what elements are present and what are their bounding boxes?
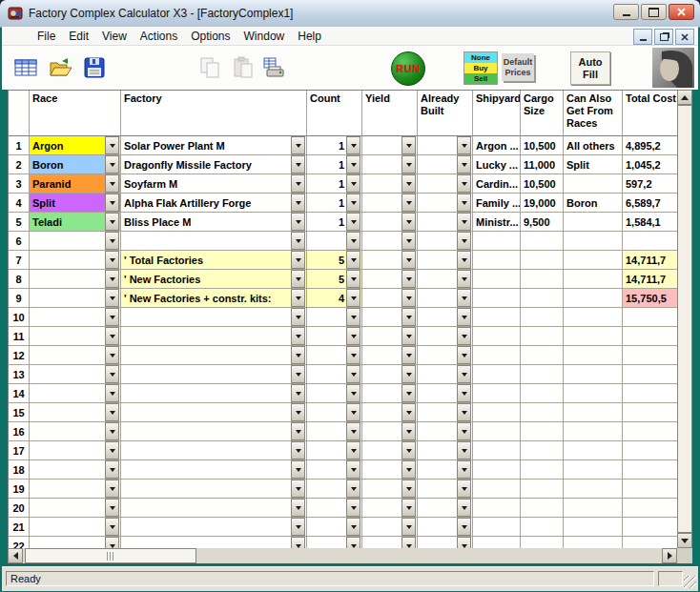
cell-yield-row3[interactable] (362, 174, 418, 194)
cell-built-row11[interactable] (418, 327, 473, 346)
cell-yield-row20[interactable] (362, 499, 418, 518)
cell-race-row2[interactable]: Boron (30, 155, 121, 174)
row-header-7[interactable]: 7 (9, 251, 30, 270)
vertical-scrollbar[interactable] (677, 90, 692, 548)
cell-yield-row5[interactable] (362, 213, 418, 232)
cell-factory-row8[interactable]: ' New Factories (121, 270, 307, 289)
dropdown-button[interactable] (346, 308, 360, 326)
minimize-button[interactable] (613, 4, 639, 20)
mdi-close-button[interactable] (675, 29, 694, 45)
cell-count-row2[interactable]: 1 (307, 155, 362, 174)
dropdown-button[interactable] (457, 441, 471, 459)
dropdown-button[interactable] (105, 174, 119, 193)
cell-yield-row14[interactable] (362, 384, 418, 403)
cell-factory-row11[interactable] (121, 327, 307, 346)
row-header-2[interactable]: 2 (9, 155, 30, 174)
cell-race-row10[interactable] (30, 308, 121, 327)
cell-race-row21[interactable] (30, 518, 121, 537)
dropdown-button[interactable] (457, 194, 471, 212)
cell-yield-row11[interactable] (362, 327, 418, 346)
dropdown-button[interactable] (291, 155, 305, 174)
dropdown-button[interactable] (401, 308, 416, 326)
dropdown-button[interactable] (401, 174, 416, 193)
dropdown-button[interactable] (346, 136, 360, 154)
cell-count-row9[interactable]: 4 (307, 289, 362, 308)
cell-race-row11[interactable] (30, 327, 121, 346)
cell-race-row19[interactable] (30, 480, 121, 499)
dropdown-button[interactable] (346, 460, 360, 479)
dropdown-button[interactable] (105, 480, 119, 498)
dropdown-button[interactable] (291, 251, 305, 269)
row-header-6[interactable]: 6 (9, 232, 30, 251)
dropdown-button[interactable] (401, 422, 416, 440)
dropdown-button[interactable] (457, 232, 471, 250)
dropdown-button[interactable] (105, 251, 119, 269)
cell-factory-row18[interactable] (121, 460, 307, 480)
cell-race-row17[interactable] (30, 441, 121, 460)
horizontal-scrollbar[interactable] (8, 548, 677, 563)
dropdown-button[interactable] (401, 155, 416, 174)
dropdown-button[interactable] (346, 346, 360, 364)
dropdown-button[interactable] (401, 270, 416, 288)
dropdown-button[interactable] (291, 441, 305, 459)
dropdown-button[interactable] (105, 289, 119, 307)
row-header-3[interactable]: 3 (9, 174, 30, 194)
cell-count-row13[interactable] (307, 365, 362, 384)
cell-count-row5[interactable]: 1 (307, 213, 362, 232)
mdi-restore-button[interactable] (654, 29, 673, 45)
dropdown-button[interactable] (346, 327, 360, 345)
cell-race-row7[interactable] (30, 251, 121, 270)
dropdown-button[interactable] (105, 518, 119, 536)
cell-built-row8[interactable] (418, 270, 473, 289)
row-header-5[interactable]: 5 (9, 213, 30, 232)
cell-built-row16[interactable] (418, 422, 473, 441)
row-header-8[interactable]: 8 (9, 270, 30, 289)
resize-grip[interactable] (684, 576, 696, 588)
row-header-12[interactable]: 12 (9, 346, 30, 365)
cell-built-row7[interactable] (418, 251, 473, 270)
cell-built-row21[interactable] (418, 518, 473, 537)
dropdown-button[interactable] (105, 460, 119, 479)
dropdown-button[interactable] (105, 327, 119, 345)
cell-factory-row22[interactable] (121, 537, 307, 548)
cell-built-row9[interactable] (418, 289, 473, 308)
cell-factory-row5[interactable]: Bliss Place M (121, 213, 307, 232)
cell-yield-row13[interactable] (362, 365, 418, 384)
dropdown-button[interactable] (291, 403, 305, 421)
dropdown-button[interactable] (457, 518, 471, 536)
cell-built-row6[interactable] (418, 232, 473, 251)
dropdown-button[interactable] (291, 270, 305, 288)
dropdown-button[interactable] (457, 480, 471, 498)
cell-factory-row12[interactable] (121, 346, 307, 365)
dropdown-button[interactable] (401, 365, 416, 383)
cell-built-row18[interactable] (418, 460, 473, 480)
dropdown-button[interactable] (291, 384, 305, 402)
dropdown-button[interactable] (346, 403, 360, 421)
dropdown-button[interactable] (291, 289, 305, 307)
row-header-17[interactable]: 17 (9, 441, 30, 460)
cell-factory-row3[interactable]: Soyfarm M (121, 174, 307, 194)
dropdown-button[interactable] (457, 251, 471, 269)
menu-help[interactable]: Help (291, 28, 328, 45)
cell-built-row13[interactable] (418, 365, 473, 384)
menu-actions[interactable]: Actions (134, 28, 184, 45)
dropdown-button[interactable] (105, 213, 119, 231)
cell-factory-row2[interactable]: Dragonfly Missile Factory (121, 155, 307, 174)
cell-built-row19[interactable] (418, 480, 473, 499)
cell-factory-row17[interactable] (121, 441, 307, 460)
vertical-scroll-thumb[interactable] (677, 105, 692, 533)
open-file-button[interactable] (46, 53, 74, 82)
dropdown-button[interactable] (346, 213, 360, 231)
cell-factory-row19[interactable] (121, 480, 307, 499)
dropdown-button[interactable] (105, 232, 119, 250)
cell-count-row11[interactable] (307, 327, 362, 346)
trade-mode-button[interactable]: None Buy Sell (463, 51, 498, 85)
cell-race-row15[interactable] (30, 403, 121, 422)
cell-race-row5[interactable]: Teladi (30, 213, 121, 232)
row-header-1[interactable]: 1 (9, 136, 30, 155)
cell-count-row4[interactable]: 1 (307, 194, 362, 213)
run-button[interactable]: RUN (391, 51, 425, 86)
dropdown-button[interactable] (401, 403, 416, 421)
dropdown-button[interactable] (401, 136, 416, 154)
dropdown-button[interactable] (457, 384, 471, 402)
